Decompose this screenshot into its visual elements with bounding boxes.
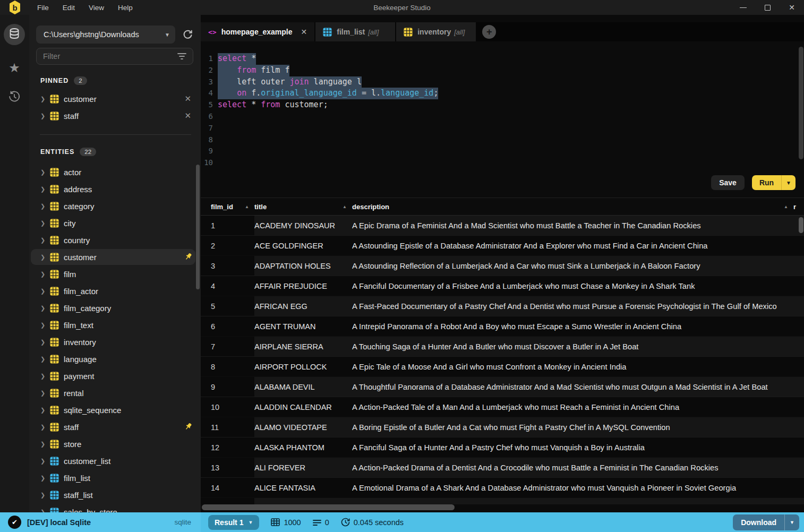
column-header-title[interactable]: title ▲ (254, 203, 352, 211)
entity-item-payment[interactable]: ❯ payment (29, 367, 201, 384)
tab-homepage_example[interactable]: <> homepage_example ✕ (201, 22, 314, 41)
column-header-film-id[interactable]: film_id ▲ (201, 203, 254, 211)
entity-item-film_text[interactable]: ❯ film_text (29, 316, 201, 333)
entity-item-city[interactable]: ❯ city (29, 214, 201, 231)
table-row[interactable]: 6 AGENT TRUMAN A Intrepid Panorama of a … (201, 316, 804, 337)
entity-item-actor[interactable]: ❯ actor (29, 164, 201, 181)
table-row[interactable]: 3 ADAPTATION HOLES A Astounding Reflecti… (201, 256, 804, 276)
table-row[interactable]: 14 ALICE FANTASIA A Emotional Drama of a… (201, 478, 804, 498)
entity-item-film_category[interactable]: ❯ film_category (29, 299, 201, 316)
cell-title: ALASKA PHANTOM (254, 443, 352, 452)
table-row[interactable]: 15 ALIEN CENTER A Brilliant Drama of a C… (201, 498, 804, 504)
entity-item-language[interactable]: ❯ language (29, 350, 201, 367)
history-rail-button[interactable] (4, 87, 25, 108)
cell-title: AIRPORT POLLOCK (254, 363, 352, 371)
row-count: 1000 (284, 518, 301, 527)
entity-item-inventory[interactable]: ❯ inventory (29, 333, 201, 350)
table-row[interactable]: 9 ALABAMA DEVIL A Thoughtful Panorama of… (201, 377, 804, 397)
table-row[interactable]: 11 ALAMO VIDEOTAPE A Boring Epistle of a… (201, 417, 804, 437)
tab-inventory[interactable]: inventory [all] (396, 22, 476, 41)
cell-title: ACADEMY DINOSAUR (254, 221, 352, 230)
menu-help[interactable]: Help (111, 2, 140, 14)
code-line-4: 4 on f.original_language_id = l.language… (201, 88, 804, 99)
table-row[interactable]: 12 ALASKA PHANTOM A Fanciful Saga of a H… (201, 437, 804, 458)
cell-film-id: 15 (201, 498, 254, 504)
table-grid-icon (50, 253, 59, 262)
results-horizontal-scrollbar[interactable] (202, 504, 455, 510)
entity-item-label: customer (64, 253, 97, 262)
menu-file[interactable]: File (30, 2, 56, 14)
entity-item-country[interactable]: ❯ country (29, 231, 201, 248)
entity-item-store[interactable]: ❯ store (29, 435, 201, 452)
table-row[interactable]: 5 AFRICAN EGG A Fast-Paced Documentary o… (201, 296, 804, 316)
entity-item-film_actor[interactable]: ❯ film_actor (29, 282, 201, 299)
tab-film_list[interactable]: film_list [all] (315, 22, 395, 41)
unpin-close-icon[interactable]: ✕ (184, 111, 191, 121)
download-button[interactable]: Download (733, 514, 784, 530)
entity-item-label: country (64, 236, 90, 245)
entity-item-sales_by_store[interactable]: ❯ sales_by_store (29, 503, 201, 512)
cell-title: ALAMO VIDEOTAPE (254, 423, 352, 432)
table-row[interactable]: 10 ALADDIN CALENDAR A Action-Packed Tale… (201, 397, 804, 417)
entity-item-sqlite_sequence[interactable]: ❯ sqlite_sequence (29, 401, 201, 418)
line-number: 2 (201, 65, 218, 76)
run-options-button[interactable]: ▼ (781, 175, 796, 190)
sidebar-scrollbar[interactable] (196, 165, 200, 289)
chevron-right-icon: ❯ (40, 509, 50, 513)
entity-item-address[interactable]: ❯ address (29, 181, 201, 198)
minimize-button[interactable] (731, 0, 755, 15)
cell-film-id: 8 (201, 357, 254, 376)
entity-item-staff_list[interactable]: ❯ staff_list (29, 486, 201, 503)
cell-film-id: 13 (201, 458, 254, 477)
view-grid-icon (323, 28, 332, 37)
entity-item-customer_list[interactable]: ❯ customer_list (29, 452, 201, 469)
column-header-partial[interactable]: r (793, 203, 804, 211)
column-header-description[interactable]: description ▲ (352, 203, 793, 211)
entity-item-rental[interactable]: ❯ rental (29, 384, 201, 401)
table-row[interactable]: 4 AFFAIR PREJUDICE A Fanciful Documentar… (201, 276, 804, 296)
clock-icon (341, 518, 350, 527)
sql-editor[interactable]: 1 select *2 from film f3 left outer join… (201, 41, 804, 198)
table-row[interactable]: 13 ALI FOREVER A Action-Packed Drama of … (201, 458, 804, 478)
database-selector[interactable]: C:\Users\ghstng\Downloads ▼ (36, 25, 175, 44)
tab-close-icon[interactable]: ✕ (301, 28, 307, 36)
code-line-3: 3 left outer join language l (201, 76, 804, 88)
unpin-close-icon[interactable]: ✕ (184, 94, 191, 104)
entity-item-film[interactable]: ❯ film (29, 265, 201, 282)
refresh-button[interactable] (182, 29, 193, 40)
entity-item-customer[interactable]: ❯ customer (29, 248, 201, 265)
table-row[interactable]: 2 ACE GOLDFINGER A Astounding Epistle of… (201, 236, 804, 256)
entity-item-label: store (64, 440, 81, 449)
result-selector[interactable]: Result 1 ▼ (208, 515, 259, 530)
pinned-item-staff[interactable]: ❯ staff ✕ (29, 107, 201, 124)
menu-view[interactable]: View (82, 2, 111, 14)
close-button[interactable]: ✕ (780, 0, 804, 15)
entity-item-film_list[interactable]: ❯ film_list (29, 469, 201, 486)
maximize-button[interactable] (755, 0, 780, 15)
entity-item-category[interactable]: ❯ category (29, 198, 201, 214)
table-grid-icon (50, 236, 59, 245)
pinned-item-customer[interactable]: ❯ customer ✕ (29, 90, 201, 107)
results-vertical-scrollbar[interactable] (799, 217, 803, 233)
new-tab-button[interactable]: + (482, 25, 496, 39)
entity-item-label: language (64, 355, 97, 364)
history-icon (8, 90, 21, 105)
table-row[interactable]: 7 AIRPLANE SIERRA A Touching Saga of a H… (201, 337, 804, 357)
filter-input[interactable]: Filter (36, 48, 193, 65)
download-options-button[interactable]: ▼ (784, 514, 799, 530)
tables-rail-button[interactable] (4, 24, 25, 45)
favorites-rail-button[interactable]: ★ (4, 57, 25, 79)
entity-item-label: inventory (64, 338, 96, 347)
window-controls: ✕ (731, 0, 804, 15)
chevron-right-icon: ❯ (40, 203, 50, 210)
menu-edit[interactable]: Edit (56, 2, 82, 14)
pinned-list: ❯ customer ✕❯ staff ✕ (29, 90, 201, 124)
run-button[interactable]: Run (752, 175, 781, 190)
editor-vertical-scrollbar[interactable] (799, 47, 803, 159)
table-row[interactable]: 1 ACADEMY DINOSAUR A Epic Drama of a Fem… (201, 216, 804, 236)
save-button[interactable]: Save (711, 175, 745, 190)
pinned-label: PINNED (40, 77, 69, 84)
entity-item-staff[interactable]: ❯ staff (29, 418, 201, 435)
connection-status[interactable]: ✔ [DEV] local Sqlite sqlite (0, 512, 201, 532)
table-row[interactable]: 8 AIRPORT POLLOCK A Epic Tale of a Moose… (201, 357, 804, 377)
